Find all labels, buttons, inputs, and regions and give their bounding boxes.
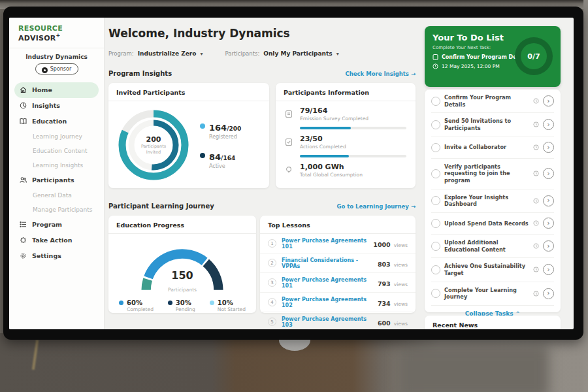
- lesson-views: 803 views: [378, 257, 408, 269]
- donut-center-label: ParticipantsInvited: [141, 144, 166, 155]
- task-row[interactable]: Invite a Collaborator ›: [431, 137, 554, 159]
- education-progress-legend: 60% Completed 30% Pending 10% Not Starte…: [108, 294, 256, 312]
- task-label: Invite a Collaborator: [444, 144, 529, 151]
- sponsor-badge-label: Sponsor: [50, 66, 71, 72]
- lesson-rank: 4: [268, 298, 276, 306]
- go-to-learning-journey-link[interactable]: Go to Learning Journey →: [336, 203, 416, 210]
- logo-plus: +: [56, 33, 60, 39]
- todo-progress-value: 0/7: [521, 43, 547, 69]
- metric-label: Actions Completed: [300, 144, 406, 150]
- app-screen: RESOURCE ADVISOR+ Industry Dynamics Spon…: [9, 18, 574, 329]
- list-icon: [20, 221, 27, 228]
- task-checkbox[interactable]: [431, 219, 440, 228]
- sponsor-badge[interactable]: Sponsor: [35, 63, 78, 74]
- task-checkbox[interactable]: [431, 120, 440, 129]
- lesson-views: 734 views: [378, 296, 408, 308]
- clock-icon: [533, 171, 539, 176]
- legend-dot: [210, 301, 214, 305]
- task-checkbox[interactable]: [431, 265, 440, 274]
- program-filter[interactable]: Program: Industrialize Zero ▾: [108, 50, 203, 57]
- participants-information-card: Participants Information 79/164 Emission…: [276, 83, 416, 188]
- task-open-button[interactable]: ›: [543, 264, 554, 275]
- action-burst-icon: [20, 237, 27, 244]
- legend-total: /200: [227, 125, 241, 132]
- sidebar-item-label: Education: [32, 118, 67, 125]
- task-row[interactable]: Upload Additional Educational Content ›: [431, 235, 554, 258]
- task-open-button[interactable]: ›: [543, 218, 554, 229]
- lesson-link[interactable]: Power Purchase Agreements 102: [282, 297, 372, 308]
- legend-label: Completed: [127, 306, 154, 312]
- task-checkbox[interactable]: [431, 97, 440, 106]
- sidebar-item-settings[interactable]: Settings: [14, 248, 99, 264]
- lesson-rank: 3: [268, 278, 276, 287]
- check-more-insights-link[interactable]: Check More Insights →: [346, 71, 416, 77]
- program-insights-title: Program Insights: [108, 70, 172, 77]
- sidebar-item-learning-insights[interactable]: Learning Insights: [14, 158, 99, 172]
- lesson-link[interactable]: Power Purchase Agreements 101: [282, 238, 368, 250]
- todo-task-list: Confirm Your Program Details › Send 50 I…: [425, 90, 561, 312]
- sidebar-item-manage-participants[interactable]: Manage Participants: [14, 203, 99, 217]
- task-checkbox[interactable]: [431, 196, 440, 205]
- legend-value: 84: [209, 152, 221, 162]
- sidebar-item-take-action[interactable]: Take Action: [14, 233, 99, 248]
- sponsor-icon: [42, 67, 48, 73]
- sidebar-item-label: Take Action: [32, 237, 73, 244]
- todo-summary-card: Your To Do List Complete Your Next Task:…: [425, 26, 561, 87]
- task-row[interactable]: Upload Spend Data Records ›: [431, 213, 554, 235]
- legend-item-pending: 30% Pending: [168, 299, 195, 312]
- sidebar-item-program[interactable]: Program: [14, 217, 99, 233]
- participants-filter-label: Participants:: [225, 50, 260, 57]
- lesson-link[interactable]: Power Purchase Agreements 101: [282, 277, 372, 289]
- education-progress-card: Education Progress 150 Participants 60% …: [108, 216, 256, 313]
- sidebar-item-general-data[interactable]: General Data: [14, 188, 99, 203]
- task-open-button[interactable]: ›: [543, 168, 554, 179]
- task-row[interactable]: Confirm Your Program Details ›: [431, 90, 554, 113]
- program-insights-header: Program Insights Check More Insights →: [108, 70, 416, 77]
- metric-actions-completed: 23/50 Actions Completed: [276, 129, 416, 151]
- lesson-row: 5 Power Purchase Agreements 103 600 view…: [260, 312, 416, 329]
- task-row[interactable]: Send 50 Invitations to Participants ›: [431, 113, 554, 137]
- task-checkbox[interactable]: [431, 169, 440, 178]
- todo-progress-ring: 0/7: [515, 37, 553, 75]
- legend-dot: [119, 301, 123, 305]
- logo-secondary: ADVISOR: [18, 34, 56, 42]
- sidebar-item-label: Education Content: [33, 148, 87, 154]
- task-open-button[interactable]: ›: [543, 142, 554, 153]
- lesson-link[interactable]: Power Purchase Agreements 103: [282, 316, 372, 328]
- task-row[interactable]: Verify participants requesting to join t…: [431, 159, 554, 189]
- lesson-link[interactable]: Financial Considerations - VPPAs: [282, 257, 372, 269]
- task-checkbox[interactable]: [431, 242, 440, 251]
- arrow-right-icon: →: [411, 203, 416, 210]
- sidebar-item-education[interactable]: Education: [14, 114, 99, 129]
- legend-value: 10%: [218, 299, 246, 306]
- home-icon: [20, 86, 27, 93]
- task-row[interactable]: Complete Your Learning Journey ›: [431, 282, 554, 306]
- task-open-button[interactable]: ›: [543, 195, 554, 206]
- legend-dot: [168, 301, 172, 305]
- metric-emission-survey: 79/164 Emission Survey Completed: [276, 101, 416, 123]
- task-open-button[interactable]: ›: [543, 288, 554, 299]
- task-row[interactable]: Achieve One Sustainability Target ›: [431, 258, 554, 282]
- sidebar-item-participants[interactable]: Participants: [14, 172, 99, 188]
- task-label: Achieve One Sustainability Target: [444, 263, 529, 276]
- blurred-object: [399, 346, 549, 392]
- gear-icon: [20, 252, 27, 259]
- participants-filter[interactable]: Participants: Only My Participants ▾: [225, 50, 339, 57]
- sidebar-item-insights[interactable]: Insights: [14, 98, 99, 114]
- task-open-button[interactable]: ›: [543, 95, 554, 106]
- metric-value: 79/164: [300, 106, 406, 115]
- monitor-bezel: RESOURCE ADVISOR+ Industry Dynamics Spon…: [3, 7, 583, 340]
- top-lessons-title: Top Lessons: [260, 216, 416, 234]
- sidebar-item-education-content[interactable]: Education Content: [14, 144, 99, 158]
- task-checkbox[interactable]: [431, 143, 440, 152]
- program-filter-label: Program:: [108, 50, 134, 57]
- sidebar-item-home[interactable]: Home: [14, 82, 99, 98]
- task-checkbox[interactable]: [431, 289, 440, 298]
- recent-news-title: Recent News: [425, 316, 561, 329]
- task-open-button[interactable]: ›: [543, 240, 554, 252]
- sidebar-item-learning-journey[interactable]: Learning Journey: [14, 129, 99, 144]
- lesson-views: 600 views: [378, 316, 408, 328]
- legend-value: 30%: [176, 299, 195, 306]
- task-row[interactable]: Explore Your Insights Dashboard ›: [431, 189, 554, 213]
- task-open-button[interactable]: ›: [543, 119, 554, 130]
